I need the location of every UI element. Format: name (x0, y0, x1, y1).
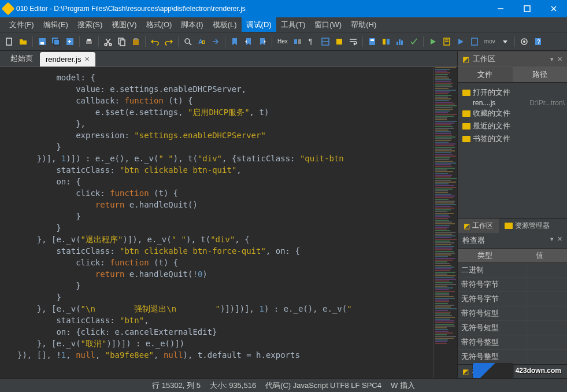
inspector-header: 检查器 ▾ ✕ (458, 233, 567, 249)
cube-icon: ◩ (464, 222, 470, 230)
template-icon[interactable] (441, 36, 453, 47)
status-encoding[interactable]: 代码(C) JavaScript UTF8 LF SPC4 (265, 380, 381, 391)
svg-rect-8 (54, 39, 60, 45)
tab-close-icon[interactable]: ✕ (84, 56, 90, 63)
dropdown-icon[interactable] (499, 36, 511, 47)
inspector-row[interactable]: 无符号字节 (458, 292, 567, 306)
save-icon[interactable] (36, 36, 48, 47)
settings-icon[interactable] (518, 36, 530, 47)
inspector-col-value[interactable]: 值 (513, 249, 568, 262)
tab-explorer[interactable]: 资源管理器 (499, 219, 555, 233)
menu-edit[interactable]: 编辑(E) (39, 17, 73, 32)
folder-icon (505, 223, 513, 229)
goto-icon[interactable] (210, 36, 221, 47)
open-file-icon[interactable] (17, 36, 29, 47)
menu-search[interactable]: 搜索(S) (73, 17, 107, 32)
svg-text:B: B (202, 39, 206, 45)
tree-favorites[interactable]: 收藏的文件 (460, 107, 565, 120)
menu-template[interactable]: 模板(L) (208, 17, 242, 32)
checksum-icon[interactable] (408, 36, 420, 47)
inspector-row[interactable]: 带符号整型 (458, 335, 567, 350)
inspector-row[interactable]: 无符号整型 (458, 350, 567, 364)
menu-file[interactable]: 文件(F) (5, 17, 39, 32)
inspector-row[interactable]: 带符号字节 (458, 278, 567, 292)
tree-recent[interactable]: 最近的文件 (460, 120, 565, 132)
toggle-icon[interactable] (292, 36, 303, 47)
ruler-icon[interactable] (320, 36, 331, 47)
status-size: 大小: 935,516 (210, 380, 256, 391)
status-mode[interactable]: W 插入 (391, 380, 415, 391)
code-view[interactable]: model: { value: e.settings.enableDHCPSer… (0, 67, 433, 378)
hex-icon[interactable]: Hex (276, 36, 290, 47)
menu-tools[interactable]: 工具(T) (276, 17, 310, 32)
inspector-col-type[interactable]: 类型 (458, 249, 513, 262)
panel-tab-files[interactable]: 文件 (458, 67, 513, 82)
svg-rect-30 (383, 39, 386, 45)
inspector-tab-icon: ◩ (462, 368, 469, 376)
redo-icon[interactable] (163, 36, 175, 47)
bookmark-icon[interactable] (229, 36, 240, 47)
template-run-icon[interactable] (427, 36, 439, 47)
new-file-icon[interactable] (3, 36, 15, 47)
find-icon[interactable] (182, 36, 194, 47)
menu-view[interactable]: 视图(V) (107, 17, 141, 32)
panel-dropdown-icon[interactable]: ▾ (550, 235, 554, 246)
highlight-icon[interactable] (333, 36, 345, 47)
print-icon[interactable] (83, 36, 95, 47)
editor-area[interactable]: model: { value: e.settings.enableDHCPSer… (0, 67, 457, 378)
status-position[interactable]: 行 15302, 列 5 (152, 380, 201, 391)
maximize-button[interactable] (514, 0, 540, 17)
svg-marker-35 (431, 39, 436, 45)
inspector-row[interactable]: 无符号短型 (458, 321, 567, 335)
script-icon[interactable] (469, 36, 480, 47)
inspector-row[interactable]: 带符号短型 (458, 306, 567, 321)
minimize-button[interactable] (487, 0, 514, 17)
svg-rect-15 (120, 40, 125, 46)
svg-rect-6 (40, 42, 44, 45)
inspector-rows: 二进制 带符号字节 无符号字节 带符号短型 无符号短型 带符号整型 无符号整型 (458, 263, 567, 364)
paste-icon[interactable] (130, 36, 142, 47)
tab-renderer[interactable]: renderer.js ✕ (40, 52, 95, 66)
undo-icon[interactable] (149, 36, 161, 47)
script-run-icon[interactable] (455, 36, 466, 47)
svg-rect-40 (472, 38, 477, 45)
panel-close-icon[interactable]: ✕ (557, 56, 562, 63)
inspector-row[interactable]: 二进制 (458, 263, 567, 278)
panel-tab-paths[interactable]: 路径 (513, 67, 568, 82)
cut-icon[interactable] (102, 36, 114, 47)
histogram-icon[interactable] (394, 36, 406, 47)
tab-start[interactable]: 起始页 (5, 50, 39, 66)
help-icon[interactable]: ? (532, 36, 544, 47)
menu-format[interactable]: 格式(O) (142, 17, 177, 32)
menu-debug[interactable]: 调试(D) (242, 17, 276, 32)
tree-bookmarks[interactable]: 书签的文件 (460, 132, 565, 145)
text-icon[interactable]: ¶ (306, 36, 317, 47)
folder-icon (462, 90, 470, 96)
compare-icon[interactable] (380, 36, 392, 47)
panel-close-icon[interactable]: ✕ (557, 235, 562, 246)
menu-script[interactable]: 脚本(I) (176, 17, 207, 32)
close-button[interactable] (540, 0, 567, 17)
wrap-icon[interactable] (347, 36, 359, 47)
tab-inspector[interactable]: ◩ 检查器 (458, 364, 567, 378)
svg-rect-1 (524, 6, 530, 12)
status-bar: 行 15302, 列 5 大小: 935,516 代码(C) JavaScrip… (0, 378, 567, 392)
replace-icon[interactable]: AB (196, 36, 207, 47)
tab-workspace[interactable]: ◩工作区 (458, 219, 499, 233)
mov-label-icon[interactable]: mov (483, 36, 497, 47)
save-all-icon[interactable] (50, 36, 62, 47)
bookmark-next-icon[interactable] (257, 36, 268, 47)
svg-rect-32 (396, 42, 398, 45)
copy-icon[interactable] (116, 36, 128, 47)
svg-text:¶: ¶ (309, 38, 312, 46)
menu-window[interactable]: 窗口(W) (310, 17, 346, 32)
menu-help[interactable]: 帮助(H) (346, 17, 381, 32)
tree-file-row[interactable]: ren....jsD:\Pr...tron\ (460, 99, 565, 107)
save-as-icon[interactable] (64, 36, 76, 47)
calculator-icon[interactable] (366, 36, 378, 47)
panel-dropdown-icon[interactable]: ▾ (550, 56, 554, 63)
toolbar: AB Hex ¶ mov ? (0, 32, 567, 51)
minimap[interactable] (433, 67, 457, 378)
tree-opened-files[interactable]: 打开的文件 (460, 86, 565, 99)
bookmark-prev-icon[interactable] (243, 36, 254, 47)
